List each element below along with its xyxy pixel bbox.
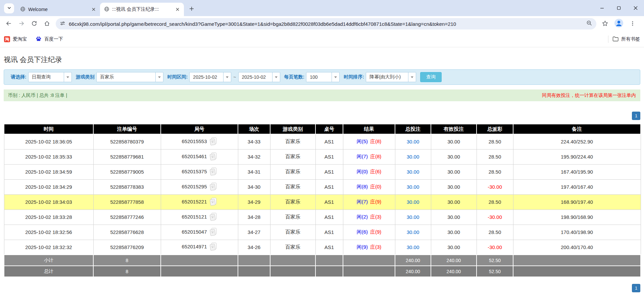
game-type-select[interactable]: 百家乐 <box>96 72 163 82</box>
roadmap-card-icon[interactable] <box>209 182 217 192</box>
round-id-text: 652015375 <box>182 168 207 174</box>
bookmark-baidu[interactable]: 百度一下 <box>36 36 63 43</box>
cell-result: 闲(7)庄(9) <box>343 194 395 209</box>
total-bet-link[interactable]: 30.00 <box>407 184 419 190</box>
maximize-button[interactable] <box>610 0 627 16</box>
cell-result: 闲(5)庄(8) <box>343 134 395 149</box>
refresh-button[interactable] <box>28 18 40 30</box>
roadmap-card-icon[interactable] <box>209 213 217 222</box>
cell-session: 34-29 <box>238 194 270 209</box>
cell-payout: 28.50 <box>477 134 513 149</box>
roadmap-card-icon[interactable] <box>209 197 217 207</box>
footer-count: 8 <box>93 255 161 266</box>
cell-table-id: AS1 <box>315 134 343 149</box>
roadmap-card-icon[interactable] <box>209 137 217 146</box>
cell-valid-bet: 30.00 <box>431 225 477 240</box>
total-bet-link[interactable]: 30.00 <box>407 154 419 160</box>
footer-valid-bet: 240.00 <box>431 266 477 277</box>
query-button[interactable]: 查询 <box>420 72 442 82</box>
total-bet-link[interactable]: 30.00 <box>407 229 419 235</box>
url-text[interactable]: 66cxkj98.com/ipl/portal.php/game/betreco… <box>69 21 583 27</box>
result-banker: 庄(6) <box>370 169 381 174</box>
tab-welcome[interactable]: Welcome <box>16 3 100 16</box>
cell-total-bet: 30.00 <box>395 225 431 240</box>
result-banker: 庄(9) <box>370 199 381 204</box>
cell-total-bet: 30.00 <box>395 149 431 164</box>
home-icon <box>44 20 50 27</box>
summary-note: 同局有效投注，统一计算在该局第一张注单内 <box>542 93 636 99</box>
result-player: 闲(9) <box>357 244 368 250</box>
star-icon <box>602 20 608 27</box>
cell-payout: 28.50 <box>477 149 513 164</box>
game-type-label: 游戏类别 <box>76 74 95 80</box>
round-id-text: 652015221 <box>182 198 207 204</box>
per-page-select[interactable]: 100 <box>306 72 340 82</box>
page-1-button[interactable]: 1 <box>632 284 640 292</box>
cell-note: 170.40/198.90 <box>513 225 641 240</box>
new-tab-button[interactable] <box>187 4 197 14</box>
total-bet-link[interactable]: 30.00 <box>407 214 419 220</box>
footer-count: 8 <box>93 266 161 277</box>
minimize-button[interactable] <box>594 0 610 16</box>
tab-strip: Welcome :::视讯 会员下注纪录::: <box>0 0 644 16</box>
tab-close-icon[interactable] <box>175 6 181 12</box>
roadmap-card-icon[interactable] <box>209 228 217 237</box>
pagination-bottom: 1 <box>4 284 640 292</box>
browser-window: Welcome :::视讯 会员下注纪录::: <box>0 0 644 47</box>
back-button[interactable] <box>3 18 15 30</box>
forward-button[interactable] <box>15 18 28 30</box>
currency-total-text: 币别 : 人民币 | 总共 :8 注单 | <box>8 93 67 99</box>
total-bet-link[interactable]: 30.00 <box>407 199 419 205</box>
bookmark-star-button[interactable] <box>599 18 611 30</box>
result-player: 闲(5) <box>357 138 368 144</box>
table-row: 2025-10-02 18:34:03522858777858652015221… <box>4 194 641 209</box>
menu-button[interactable] <box>627 18 639 30</box>
column-header: 有效投注 <box>431 124 477 134</box>
cell-payout: 28.50 <box>477 225 513 240</box>
cell-game-type: 百家乐 <box>270 240 315 255</box>
total-bet-link[interactable]: 30.00 <box>407 169 419 175</box>
cell-table-id: AS1 <box>315 225 343 240</box>
bookmark-taobao[interactable]: 淘 爱淘宝 <box>4 36 27 42</box>
home-button[interactable] <box>41 18 53 30</box>
round-id-text: 652015047 <box>182 229 207 234</box>
tab-search-button[interactable] <box>4 3 14 13</box>
url-bar[interactable]: 66cxkj98.com/ipl/portal.php/game/betreco… <box>56 18 596 29</box>
cell-note: 197.40/167.40 <box>513 179 641 194</box>
profile-avatar[interactable] <box>614 19 623 29</box>
tab-close-icon[interactable] <box>91 6 97 12</box>
page-1-button[interactable]: 1 <box>632 112 640 120</box>
dropdown-arrow-icon <box>272 72 280 82</box>
round-id-text: 652015461 <box>182 153 207 159</box>
footer-valid-bet: 240.00 <box>431 255 477 266</box>
bookmark-label: 爱淘宝 <box>13 36 27 42</box>
zoom-out-icon[interactable] <box>586 20 592 27</box>
result-player: 闲(0) <box>357 169 368 174</box>
per-page-label: 每页笔数: <box>284 74 305 80</box>
date-to-select[interactable]: 2025-10-02 <box>238 72 280 82</box>
query-type-select[interactable]: 日期查询 <box>28 72 72 82</box>
column-header: 总投注 <box>395 124 431 134</box>
page-content: 视讯 会员下注纪录 请选择: 日期查询 游戏类别 百家乐 时间区间: 2025-… <box>0 55 644 292</box>
cell-table-id: AS1 <box>315 164 343 179</box>
date-from-select[interactable]: 2025-10-02 <box>189 72 231 82</box>
tab-betrecord[interactable]: :::视讯 会员下注纪录::: <box>100 3 184 16</box>
browser-toolbar: 66cxkj98.com/ipl/portal.php/game/betreco… <box>0 16 644 32</box>
column-header: 注单编号 <box>93 124 161 134</box>
footer-empty-cell <box>513 266 641 277</box>
footer-total-bet: 240.00 <box>395 266 431 277</box>
cell-result: 闲(0)庄(6) <box>343 164 395 179</box>
close-button[interactable] <box>627 0 644 16</box>
cell-time: 2025-10-02 18:36:05 <box>4 134 93 149</box>
all-bookmarks-button[interactable]: 所有书签 <box>612 36 640 43</box>
cell-note: 198.90/168.90 <box>513 209 641 225</box>
total-bet-link[interactable]: 30.00 <box>407 244 419 250</box>
roadmap-card-icon[interactable] <box>209 152 217 162</box>
total-bet-link[interactable]: 30.00 <box>407 139 419 144</box>
sort-select[interactable]: 降幂(由大到小) <box>366 72 416 82</box>
cell-payout: -30.00 <box>477 240 513 255</box>
tune-icon[interactable] <box>60 20 65 27</box>
roadmap-card-icon[interactable] <box>209 167 217 177</box>
roadmap-card-icon[interactable] <box>209 242 217 252</box>
footer-total-bet: 240.00 <box>395 255 431 266</box>
